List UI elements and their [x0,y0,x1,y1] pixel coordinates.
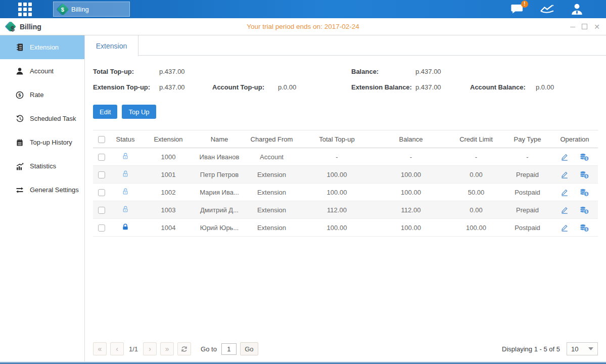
sidebar-item-statistics[interactable]: Statistics [0,154,84,178]
topup-coins-icon[interactable]: $ [579,188,589,197]
table-row: 1000Иван ИвановAccount----$ [93,148,598,166]
sidebar-item-scheduled-task[interactable]: Scheduled Task [0,107,84,130]
table-row: 1002Мария Ива...Extension100.00100.0050.… [93,184,598,201]
topup-coins-icon[interactable]: $ [579,206,589,214]
cell-credit_limit: 0.00 [449,206,503,214]
column-header-charged_from: Charged From [243,135,301,143]
cell-pay_type: Postpaid [503,189,551,196]
sidebar-item-label: Rate [30,91,43,99]
sidebar-item-label: General Settings [30,186,79,194]
topup-coins-icon[interactable]: $ [579,153,589,161]
sidebar-item-label: Statistics [30,162,56,170]
sidebar-item-label: Account [30,67,54,75]
row-checkbox[interactable] [98,207,105,214]
user-icon[interactable] [570,3,584,15]
account-topup-label: Account Top-up: [212,83,278,91]
sidebar-item-label: Scheduled Task [30,115,76,122]
select-all-checkbox[interactable] [98,136,105,143]
total-topup-value: p.437.00 [159,68,212,75]
topup-button[interactable]: Top Up [122,105,156,119]
header-cell [93,135,110,143]
general-settings-icon [15,187,24,194]
account-icon [15,67,24,75]
sidebar-item-extension[interactable]: Extension [0,35,84,59]
row-checkbox[interactable] [98,224,105,232]
messages-icon[interactable]: ! [510,4,524,15]
edit-pencil-icon[interactable] [560,188,569,197]
balance-label: Balance: [351,68,415,75]
sidebar-item-rate[interactable]: $Rate [0,83,84,107]
maximize-icon[interactable] [582,24,587,29]
cell-extension: 1000 [141,153,196,161]
cell-operation: $ [551,223,598,232]
app-grid-icon[interactable] [18,3,32,16]
cell-pay_type: - [503,153,551,161]
displaying-text: Displaying 1 - 5 of 5 [502,345,560,353]
lock-open-icon[interactable] [121,188,129,196]
row-checkbox[interactable] [98,171,105,178]
notification-badge: ! [521,1,528,8]
cell-total_topup: 100.00 [301,224,373,232]
extension-icon [15,43,24,52]
prev-page-button[interactable]: ‹ [110,342,124,355]
edit-button[interactable]: Edit [93,105,117,119]
cell-operation: $ [551,188,598,197]
minimize-icon[interactable]: ─ [570,23,575,30]
edit-pencil-icon[interactable] [560,223,569,232]
cell-status [110,170,141,179]
cell-extension: 1003 [141,206,196,214]
window-title: Billing [20,23,41,31]
lock-open-icon[interactable] [121,152,129,160]
trial-notice: Your trial period ends on: 2017-02-24 [0,23,606,30]
sidebar-item-top-up-history[interactable]: Top-up History [0,130,84,154]
taskbar-tab-billing[interactable]: $ Billing [53,2,130,17]
cell-operation: $ [551,153,598,161]
cell-credit_limit: 50.00 [449,189,503,196]
billing-summary: Total Top-up: p.437.00 Balance: p.437.00… [93,64,598,95]
first-page-button[interactable]: « [93,342,107,355]
next-page-button[interactable]: › [143,342,157,355]
cell-name: Юрий Юрь... [196,224,243,232]
extensions-table: StatusExtensionNameCharged FromTotal Top… [93,130,598,237]
column-header-extension: Extension [141,135,196,143]
sidebar-item-general-settings[interactable]: General Settings [0,178,84,202]
row-cell [93,188,110,196]
cell-pay_type: Prepaid [503,171,551,178]
edit-pencil-icon[interactable] [560,170,569,179]
extension-topup-value: p.437.00 [159,83,212,91]
cell-charged_from: Account [243,153,301,161]
row-cell [93,223,110,232]
lock-open-icon[interactable] [121,205,129,213]
go-button[interactable]: Go [240,342,258,355]
row-checkbox[interactable] [98,154,105,161]
svg-text:$: $ [585,228,587,232]
last-page-button[interactable]: » [160,342,174,355]
row-cell [93,206,110,214]
column-header-balance: Balance [373,135,449,143]
edit-pencil-icon[interactable] [560,153,569,161]
cell-balance: 100.00 [373,171,449,178]
topup-coins-icon[interactable]: $ [579,170,589,179]
sidebar-item-account[interactable]: Account [0,59,84,83]
column-header-credit_limit: Credit Limit [449,135,503,143]
cell-extension: 1002 [141,189,196,196]
extension-balance-label: Extension Balance: [351,83,415,91]
svg-text:$: $ [585,192,587,196]
cell-total_topup: 100.00 [301,171,373,178]
lock-closed-icon[interactable] [121,223,129,231]
refresh-button[interactable] [177,342,191,355]
edit-pencil-icon[interactable] [560,206,569,214]
close-icon[interactable]: ✕ [594,23,600,30]
window-bottom-edge [0,361,606,364]
monitor-chart-icon[interactable] [539,3,555,15]
table-row: 1004Юрий Юрь...Extension100.00100.00100.… [93,219,598,237]
goto-page-input[interactable] [221,343,237,355]
table-body: 1000Иван ИвановAccount----$1001Петр Петр… [93,148,598,237]
topup-coins-icon[interactable]: $ [579,223,589,232]
cell-charged_from: Extension [243,189,301,196]
row-checkbox[interactable] [98,189,105,196]
lock-open-icon[interactable] [121,170,129,178]
tab-extension[interactable]: Extension [85,35,138,56]
cell-balance: - [373,153,449,161]
page-size-select[interactable]: 10 [567,342,598,355]
